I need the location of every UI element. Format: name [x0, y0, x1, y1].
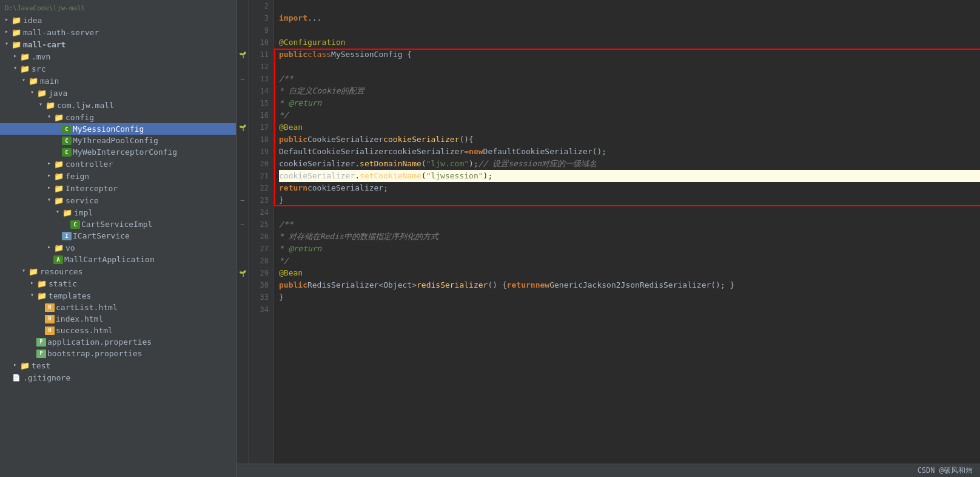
tree-item-java[interactable]: 📁java [0, 87, 236, 99]
empty-arrow-MySessionConfig [53, 125, 62, 134]
icon-idea: 📁 [11, 15, 22, 25]
code-line-18: public CookieSerializer cookieSerializer… [279, 134, 980, 146]
folder-arrow-test [11, 361, 19, 370]
file-tree: D:\JavaCode\ljw-mall 📁idea📁mall-auth-ser… [0, 0, 237, 477]
tree-item-MySessionConfig[interactable]: CMySessionConfig [0, 123, 236, 135]
line-num-30: 30 [251, 279, 269, 291]
icon-vo: 📁 [53, 243, 64, 252]
code-line-16: */ [279, 109, 980, 121]
gutter-arrow-23[interactable]: − [240, 196, 244, 205]
label-resources: resources [39, 267, 82, 276]
label-main: main [39, 76, 59, 86]
line-num-23: 23 [251, 194, 269, 206]
gutter-arrow-17[interactable]: 🌱 [239, 124, 246, 131]
icon-test: 📁 [19, 360, 30, 370]
tree-item-mall-cart[interactable]: 📁mall-cart [0, 38, 236, 50]
code-line-26: * 对存储在Redis中的数据指定序列化的方式 [279, 231, 980, 243]
tree-item-idea[interactable]: 📁idea [0, 14, 236, 26]
tree-item-templates[interactable]: 📁templates [0, 289, 236, 302]
folder-arrow-service [45, 196, 53, 205]
label-cartList.html: cartList.html [55, 303, 118, 312]
folder-arrow-feign [45, 172, 53, 180]
tree-item-src[interactable]: 📁src [0, 63, 236, 75]
code-line-2 [279, 0, 980, 12]
tree-item-cartList.html[interactable]: HcartList.html [0, 302, 236, 313]
icon-static: 📁 [36, 279, 47, 288]
code-line-21: cookieSerializer.setCookieName("ljwsessi… [279, 170, 980, 182]
icon-service: 📁 [53, 195, 64, 205]
tree-item-mvn[interactable]: 📁.mvn [0, 50, 236, 63]
label-vo: vo [64, 243, 75, 252]
label-application.properties: application.properties [46, 337, 152, 347]
icon-MySessionConfig: C [62, 125, 72, 134]
gutter-line-3 [237, 12, 249, 24]
gutter-line-30 [237, 279, 249, 291]
tree-item-MallCartApplication[interactable]: AMallCartApplication [0, 254, 236, 265]
gutter-line-15 [237, 97, 249, 109]
gutter-line-26 [237, 231, 249, 243]
gutter-line-33 [237, 291, 249, 303]
line-num-33: 33 [251, 291, 269, 303]
tree-item-resources[interactable]: 📁resources [0, 265, 236, 277]
gutter-arrow-11[interactable]: 🌱 [239, 52, 246, 58]
line-num-11: 11 [251, 49, 269, 61]
tree-item-index.html[interactable]: Hindex.html [0, 313, 236, 325]
tree-item-ICartService[interactable]: IICartService [0, 230, 236, 242]
line-num-9: 9 [251, 24, 269, 36]
tree-item-application.properties[interactable]: Papplication.properties [0, 336, 236, 348]
icon-controller: 📁 [53, 159, 64, 169]
folder-arrow-controller [45, 160, 53, 168]
tree-item-vo[interactable]: 📁vo [0, 242, 236, 254]
tree-item-gitignore[interactable]: 📄.gitignore [0, 371, 236, 384]
gutter-line-16 [237, 109, 249, 121]
tree-item-controller[interactable]: 📁controller [0, 158, 236, 170]
label-ICartService: ICartService [72, 231, 130, 240]
tree-item-main[interactable]: 📁main [0, 75, 236, 87]
code-line-34 [279, 303, 980, 316]
label-config: config [64, 113, 94, 122]
gutter-arrow-25[interactable]: − [240, 220, 244, 229]
gutter-arrow-29[interactable]: 🌱 [239, 270, 246, 277]
gutter-line-12 [237, 61, 249, 73]
tree-item-Interceptor[interactable]: 📁Interceptor [0, 182, 236, 194]
line-num-17: 17 [251, 121, 269, 134]
tree-item-bootstrap.properties[interactable]: Pbootstrap.properties [0, 348, 236, 359]
tree-item-test[interactable]: 📁test [0, 359, 236, 371]
tree-item-static[interactable]: 📁static [0, 277, 236, 289]
code-line-17: @Bean [279, 121, 980, 134]
tree-container: 📁idea📁mall-auth-server📁mall-cart📁.mvn📁sr… [0, 14, 236, 384]
icon-success.html: H [45, 326, 55, 335]
tree-item-feign[interactable]: 📁feign [0, 170, 236, 182]
empty-arrow-application.properties [28, 338, 36, 347]
code-line-14: * 自定义Cookie的配置 [279, 85, 980, 97]
folder-arrow-java [28, 89, 36, 97]
gutter-line-13: − [237, 73, 249, 85]
line-num-3: 3 [251, 12, 269, 24]
tree-item-MyWebInterceptorConfig[interactable]: CMyWebInterceptorConfig [0, 146, 236, 158]
icon-resources: 📁 [28, 266, 39, 276]
tree-item-config[interactable]: 📁config [0, 111, 236, 123]
tree-item-mall-auth-server[interactable]: 📁mall-auth-server [0, 26, 236, 38]
label-impl: impl [73, 208, 93, 217]
tree-item-success.html[interactable]: Hsuccess.html [0, 325, 236, 336]
gutter-arrow-13[interactable]: − [240, 75, 244, 83]
label-MallCartApplication: MallCartApplication [63, 255, 155, 264]
empty-arrow-index.html [36, 315, 45, 323]
tree-item-impl[interactable]: 📁impl [0, 206, 236, 218]
icon-CartServiceImpl: C [70, 220, 80, 229]
folder-arrow-impl [53, 208, 62, 217]
folder-arrow-com.ljw.mall [36, 101, 45, 109]
icon-mall-cart: 📁 [11, 39, 22, 49]
tree-item-MyThreadPoolConfig[interactable]: CMyThreadPoolConfig [0, 135, 236, 146]
code-line-3: import ... [279, 12, 980, 24]
code-line-33: } [279, 291, 980, 303]
line-num-12: 12 [251, 61, 269, 73]
tree-item-com.ljw.mall[interactable]: 📁com.ljw.mall [0, 99, 236, 111]
label-MyWebInterceptorConfig: MyWebInterceptorConfig [72, 147, 177, 157]
tree-item-CartServiceImpl[interactable]: CCartServiceImpl [0, 218, 236, 230]
code-line-23: } [279, 194, 980, 206]
gutter-line-2 [237, 0, 249, 12]
gutter-line-25: − [237, 218, 249, 231]
tree-item-service[interactable]: 📁service [0, 194, 236, 206]
label-MyThreadPoolConfig: MyThreadPoolConfig [72, 136, 158, 145]
